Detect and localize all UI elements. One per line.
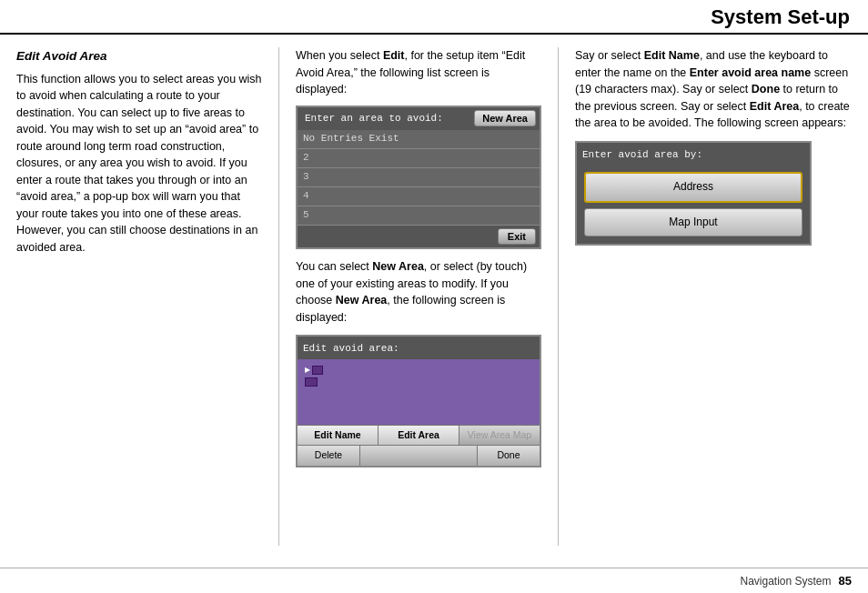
list-item-4-label: 4: [303, 189, 309, 204]
map-icon-1: ▶: [305, 365, 323, 376]
col-divider-1: [278, 47, 279, 546]
list-item-1-label: No Entries Exist: [303, 132, 399, 146]
page-header: System Set-up: [0, 0, 868, 35]
col-divider-2: [558, 47, 559, 546]
screen3-body: Address Map Input: [577, 165, 810, 244]
edit-btn-row-2: Delete Done: [298, 445, 540, 465]
list-item-5-label: 5: [303, 208, 309, 223]
done-button[interactable]: Done: [478, 446, 540, 465]
list-item-2-label: 2: [303, 151, 309, 166]
exit-button[interactable]: Exit: [498, 228, 536, 245]
list-item-5: 5: [298, 206, 540, 226]
map-icon-row-1: ▶: [305, 365, 532, 376]
section-heading: Edit Avoid Area: [16, 47, 262, 65]
left-column: Edit Avoid Area This function allows you…: [16, 47, 262, 546]
list-item-3-label: 3: [303, 170, 309, 185]
screen1-header-row: Enter an area to avoid: New Area: [298, 107, 540, 131]
page-title: System Set-up: [711, 5, 850, 28]
edit-btn-row-1: Edit Name Edit Area View Area Map: [298, 425, 540, 445]
screen1-footer: Exit: [298, 226, 540, 247]
main-content: Edit Avoid Area This function allows you…: [0, 35, 868, 555]
page-footer: Navigation System 85: [0, 568, 868, 593]
right-column: Say or select Edit Name, and use the key…: [575, 47, 852, 546]
screen2-map: ▶: [298, 359, 540, 425]
page-number: 85: [839, 574, 852, 588]
middle-body-text: You can select New Area, or select (by t…: [296, 258, 541, 326]
address-button[interactable]: Address: [584, 172, 802, 202]
list-item-1: No Entries Exist: [298, 130, 540, 149]
screen1-label: Enter an area to avoid:: [301, 110, 447, 128]
map-input-button[interactable]: Map Input: [584, 208, 802, 236]
screen3-header: Enter avoid area by:: [577, 143, 810, 166]
screen2-buttons: Edit Name Edit Area View Area Map Delete…: [298, 425, 540, 465]
screen1-list: No Entries Exist 2 3 4 5: [298, 130, 540, 226]
middle-intro-text: When you select Edit, for the setup item…: [296, 47, 541, 98]
list-item-2: 2: [298, 149, 540, 168]
list-item-3: 3: [298, 168, 540, 187]
right-body-text: Say or select Edit Name, and use the key…: [575, 47, 852, 132]
map-rect-icon-2: [305, 377, 318, 387]
delete-button[interactable]: Delete: [298, 446, 360, 465]
view-area-map-button[interactable]: View Area Map: [459, 426, 540, 445]
screen3-label: Enter avoid area by:: [582, 149, 702, 160]
list-item-4: 4: [298, 187, 540, 206]
screen2-header: Edit avoid area:: [298, 337, 540, 359]
nav-system-label: Navigation System: [740, 575, 831, 588]
edit-name-button[interactable]: Edit Name: [298, 426, 378, 445]
map-rect-icon: [312, 366, 323, 375]
screen2-label: Edit avoid area:: [303, 343, 399, 354]
middle-column: When you select Edit, for the setup item…: [296, 47, 541, 546]
map-icon-row-2: [305, 377, 532, 390]
edit-area-button[interactable]: Edit Area: [378, 426, 459, 445]
empty-button: [360, 446, 478, 465]
screen-avoid-by: Enter avoid area by: Address Map Input: [575, 141, 812, 246]
map-icon-2: [305, 377, 318, 390]
screen-enter-area: Enter an area to avoid: New Area No Entr…: [296, 106, 541, 250]
screen-edit-area: Edit avoid area: ▶ Edit Name Edit Area: [296, 335, 541, 467]
left-body-text: This function allows you to select areas…: [16, 71, 262, 256]
new-area-button[interactable]: New Area: [474, 110, 536, 126]
